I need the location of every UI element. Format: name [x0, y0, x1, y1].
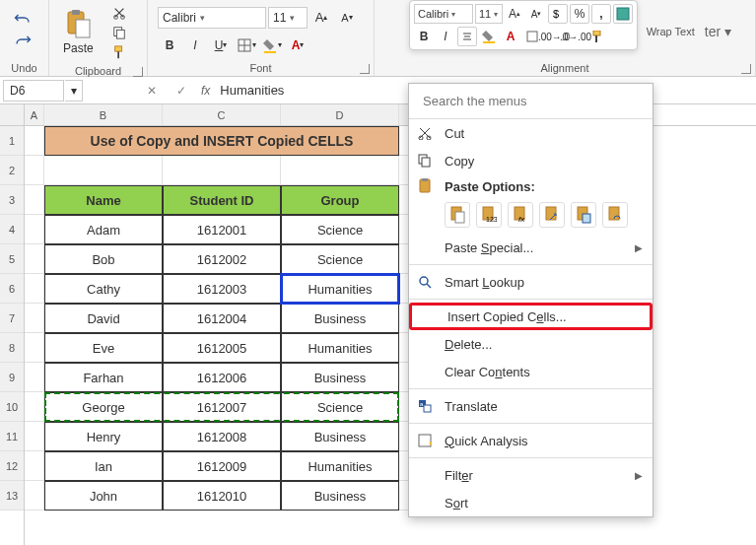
col-header[interactable]: B — [44, 104, 163, 125]
cell-group[interactable]: Science — [281, 215, 399, 244]
menu-cut[interactable]: Cut — [409, 119, 653, 147]
cell-sid[interactable]: 1612001 — [163, 215, 281, 244]
paste-option-formatting[interactable] — [571, 202, 596, 228]
cell-name[interactable]: Eve — [44, 333, 163, 363]
cell[interactable] — [25, 274, 44, 304]
cell-name[interactable]: George — [44, 392, 163, 422]
borders-button[interactable]: ▾ — [235, 34, 258, 57]
mini-font-color[interactable]: A — [501, 27, 520, 46]
cell[interactable] — [281, 156, 399, 185]
header-group[interactable]: Group — [281, 185, 399, 215]
menu-insert-copied-cells[interactable]: Insert Copied Cells... — [409, 303, 653, 330]
cell-group[interactable]: Humanities — [281, 451, 399, 481]
cell-name[interactable]: Farhan — [44, 363, 163, 392]
cell[interactable] — [25, 481, 44, 511]
paste-option-all[interactable] — [445, 202, 470, 228]
cell-name[interactable]: John — [44, 481, 163, 511]
row-header[interactable]: 10 — [0, 392, 24, 422]
menu-smart-lookup[interactable]: Smart Lookup — [409, 268, 653, 296]
name-box[interactable]: D6 — [3, 80, 64, 102]
select-all-corner[interactable] — [0, 104, 24, 126]
paste-option-formulas[interactable]: fx — [508, 202, 533, 228]
increase-font-button[interactable]: A▴ — [309, 6, 333, 30]
row-header[interactable]: 3 — [0, 185, 24, 215]
row-header[interactable]: 7 — [0, 304, 24, 333]
cell-sid[interactable]: 1612002 — [163, 244, 281, 274]
cell-name[interactable]: Bob — [44, 244, 163, 274]
cell-name[interactable]: Adam — [44, 215, 163, 244]
cell-name[interactable]: Henry — [44, 422, 163, 451]
row-header[interactable]: 8 — [0, 333, 24, 363]
font-launcher-icon[interactable] — [360, 64, 370, 74]
alignment-more-button[interactable]: ter ▾ — [705, 24, 731, 39]
mini-percent-format[interactable]: % — [570, 4, 589, 24]
mini-comma-format[interactable]: , — [591, 4, 611, 24]
cell[interactable] — [25, 304, 44, 333]
cell[interactable] — [25, 126, 44, 156]
col-header[interactable]: A — [25, 104, 44, 125]
cell-sid[interactable]: 1612004 — [163, 304, 281, 333]
mini-format-painter[interactable] — [587, 27, 607, 46]
underline-button[interactable]: U ▾ — [209, 34, 233, 57]
paste-option-transpose[interactable] — [539, 202, 565, 228]
cell[interactable] — [25, 363, 44, 392]
menu-paste-special[interactable]: Paste Special... ▶ — [409, 234, 653, 261]
cell[interactable] — [25, 185, 44, 215]
font-name-combo[interactable]: Calibri — [158, 7, 266, 29]
clipboard-launcher-icon[interactable] — [133, 67, 143, 77]
cell[interactable] — [25, 156, 44, 185]
menu-clear-contents[interactable]: Clear Contents — [409, 358, 653, 385]
row-header[interactable]: 12 — [0, 451, 24, 481]
cell[interactable] — [25, 215, 44, 244]
mini-decrease-font[interactable]: A▾ — [526, 4, 546, 24]
menu-search-input[interactable] — [409, 84, 653, 118]
cell-sid[interactable]: 1612003 — [163, 274, 281, 304]
col-header[interactable]: D — [281, 104, 399, 125]
font-color-button[interactable]: A▾ — [286, 34, 309, 57]
mini-font-size[interactable]: 11 — [475, 4, 503, 24]
mini-format-table[interactable] — [613, 4, 633, 24]
italic-button[interactable]: I — [183, 34, 207, 57]
enter-formula-button[interactable]: ✓ — [172, 81, 191, 101]
name-box-dropdown[interactable]: ▾ — [65, 80, 83, 102]
header-sid[interactable]: Student ID — [163, 185, 281, 215]
cancel-formula-button[interactable]: ✕ — [142, 81, 162, 101]
header-name[interactable]: Name — [44, 185, 163, 215]
mini-increase-decimal[interactable]: .0→.00 — [566, 27, 585, 46]
cut-button[interactable] — [107, 4, 131, 22]
cell-name[interactable]: Cathy — [44, 274, 163, 304]
cell-sid[interactable]: 1612008 — [163, 422, 281, 451]
fx-icon[interactable]: fx — [201, 84, 210, 98]
cell[interactable] — [44, 156, 163, 185]
copy-button[interactable] — [107, 24, 131, 41]
cell-group[interactable]: Science — [281, 244, 399, 274]
undo-button[interactable] — [10, 12, 35, 30]
cell-name[interactable]: Ian — [44, 451, 163, 481]
cell[interactable] — [25, 333, 44, 363]
cell[interactable] — [25, 392, 44, 422]
mini-align-center[interactable] — [457, 27, 477, 46]
menu-search[interactable] — [409, 84, 653, 119]
row-header[interactable]: 2 — [0, 156, 24, 185]
row-header[interactable]: 4 — [0, 215, 24, 244]
cell[interactable] — [25, 422, 44, 451]
menu-quick-analysis[interactable]: Quick Analysis — [409, 427, 653, 454]
col-header[interactable]: C — [163, 104, 281, 125]
mini-italic[interactable]: I — [436, 27, 455, 46]
cell-sid[interactable]: 1612010 — [163, 481, 281, 511]
cell-sid[interactable]: 1612007 — [163, 392, 281, 422]
bold-button[interactable]: B — [158, 34, 181, 57]
format-painter-button[interactable] — [107, 43, 131, 61]
cell-group[interactable]: Business — [281, 481, 399, 511]
alignment-launcher-icon[interactable] — [741, 64, 751, 74]
decrease-font-button[interactable]: A▾ — [335, 6, 359, 30]
cell-group[interactable]: Science — [281, 392, 399, 422]
cell-group[interactable]: Business — [281, 363, 399, 392]
font-size-combo[interactable]: 11 — [268, 7, 308, 29]
menu-delete[interactable]: Delete... — [409, 330, 653, 358]
cell-sid[interactable]: 1612005 — [163, 333, 281, 363]
cell-name[interactable]: David — [44, 304, 163, 333]
row-header[interactable]: 9 — [0, 363, 24, 392]
paste-option-link[interactable] — [602, 202, 628, 228]
mini-bold[interactable]: B — [414, 27, 434, 46]
